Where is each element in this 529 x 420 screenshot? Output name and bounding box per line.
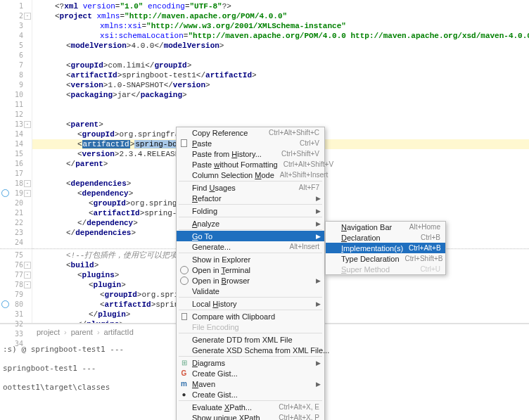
menu-label: Super Method (341, 265, 414, 274)
menu-label: Declaration (341, 234, 415, 242)
goto-item-super-method: Super MethodCtrl+U (326, 264, 445, 274)
submenu-arrow-icon: ▶ (316, 359, 321, 367)
maven-icon: m (179, 379, 189, 388)
ctx-item-create-gist[interactable]: GCreate Gist... (177, 368, 324, 378)
context-menu[interactable]: Copy ReferenceCtrl+Alt+Shift+CPasteCtrl+… (176, 127, 325, 420)
submenu-arrow-icon: ▶ (316, 195, 321, 202)
ctx-item-local-history[interactable]: Local History▶ (177, 298, 324, 309)
menu-label: Show unique XPath (192, 414, 273, 421)
menu-label: Evaluate XPath... (192, 403, 273, 412)
ctx-item-compare-with-clipboard[interactable]: Compare with Clipboard (177, 311, 324, 322)
shortcut-text: Ctrl+Alt+B (409, 244, 441, 252)
menu-label: Generate DTD from XML File (192, 336, 319, 344)
goto-submenu[interactable]: Navigation BarAlt+HomeDeclarationCtrl+BI… (325, 221, 446, 275)
menu-label: Refactor (192, 194, 319, 203)
ctx-item-maven[interactable]: mMaven▶ (177, 378, 324, 389)
ctx-item-show-in-explorer[interactable]: Show in Explorer (177, 254, 324, 265)
menu-label: Paste from History... (192, 150, 276, 158)
ctx-item-refactor[interactable]: Refactor▶ (177, 193, 324, 203)
menu-separator (179, 356, 322, 357)
ctx-item-paste-without-formatting[interactable]: Paste without FormattingCtrl+Alt+Shift+V (177, 159, 324, 170)
shortcut-text: Ctrl+Alt+X, E (279, 403, 319, 411)
menu-separator (179, 400, 322, 401)
shortcut-text: Ctrl+B (421, 234, 440, 241)
menu-label: Paste without Formatting (192, 160, 278, 169)
fold-toggle[interactable]: - (24, 281, 31, 288)
diag-icon: ⊞ (179, 358, 189, 367)
submenu-arrow-icon: ▶ (316, 233, 321, 240)
ctx-item-validate[interactable]: Validate (177, 286, 324, 296)
menu-label: Maven (192, 380, 319, 388)
fold-toggle[interactable]: - (24, 13, 31, 20)
menu-label: Create Gist... (192, 390, 319, 399)
menu-separator (179, 204, 322, 205)
ctx-item-paste-from-history[interactable]: Paste from History...Ctrl+Shift+V (177, 148, 324, 159)
menu-label: Open in Terminal (192, 266, 319, 274)
gutter-indicator-icon (1, 300, 9, 308)
ctx-item-diagrams[interactable]: ⊞Diagrams▶ (177, 357, 324, 368)
menu-label: Find Usages (192, 184, 293, 192)
shortcut-text: Ctrl+Alt+X, P (279, 414, 319, 420)
crumb[interactable]: parent (71, 328, 93, 336)
menu-separator (179, 217, 322, 217)
line-gutter: 12-345678910111213-141415161718-19-20212… (0, 0, 32, 323)
menu-label: Folding (192, 207, 319, 215)
shortcut-text: Ctrl+Shift+V (281, 150, 319, 158)
crumb[interactable]: artifactId (104, 328, 134, 336)
shortcut-text: Ctrl+Alt+Shift+C (269, 129, 319, 136)
goto-item-type-declaration[interactable]: Type DeclarationCtrl+Shift+B (326, 253, 445, 264)
ctx-item-copy-reference[interactable]: Copy ReferenceCtrl+Alt+Shift+C (177, 127, 324, 138)
ctx-item-open-in-terminal[interactable]: Open in Terminal (177, 265, 324, 275)
ctx-item-generate[interactable]: Generate...Alt+Insert (177, 241, 324, 252)
ctx-item-create-gist[interactable]: ●Create Gist... (177, 389, 324, 400)
menu-separator (179, 297, 322, 298)
menu-label: Generate XSD Schema from XML File... (192, 346, 329, 355)
clip-icon (179, 312, 189, 321)
ctx-item-analyze[interactable]: Analyze▶ (177, 218, 324, 229)
menu-label: Implementation(s) (341, 244, 403, 253)
crumb[interactable]: project (37, 328, 60, 336)
menu-label: Analyze (192, 219, 319, 228)
fold-toggle[interactable]: - (24, 272, 31, 279)
ctx-item-generate-xsd-schema-from-xml-file[interactable]: Generate XSD Schema from XML File... (177, 345, 324, 355)
ctx-item-folding[interactable]: Folding▶ (177, 205, 324, 216)
brw-icon (179, 265, 189, 274)
menu-label: Create Gist... (192, 369, 319, 378)
ctx-item-find-usages[interactable]: Find UsagesAlt+F7 (177, 182, 324, 193)
fold-toggle[interactable]: - (24, 121, 31, 128)
ctx-item-column-selection-mode[interactable]: Column Selection ModeAlt+Shift+Insert (177, 170, 324, 180)
menu-label: Compare with Clipboard (192, 312, 319, 321)
menu-label: Copy Reference (192, 129, 263, 137)
fold-toggle[interactable]: - (24, 262, 31, 269)
menu-label: Local History (192, 300, 319, 308)
fold-toggle[interactable]: - (24, 180, 31, 187)
menu-label: Generate... (192, 243, 283, 251)
ctx-item-paste[interactable]: PasteCtrl+V (177, 138, 324, 148)
ctx-item-evaluate-xpath[interactable]: Evaluate XPath...Ctrl+Alt+X, E (177, 402, 324, 412)
menu-label: Go To (192, 232, 319, 241)
ctx-item-open-in-browser[interactable]: Open in Browser▶ (177, 275, 324, 286)
menu-separator (179, 310, 322, 310)
submenu-arrow-icon: ▶ (316, 208, 321, 215)
goto-item-navigation-bar[interactable]: Navigation BarAlt+Home (326, 222, 445, 232)
shortcut-text: Ctrl+Alt+Shift+V (283, 160, 333, 168)
goto-item-declaration[interactable]: DeclarationCtrl+B (326, 232, 445, 243)
menu-label: Show in Explorer (192, 255, 319, 264)
menu-label: Open in Browser (192, 276, 319, 285)
shortcut-text: Alt+Insert (289, 243, 319, 250)
goto-item-implementation-s[interactable]: Implementation(s)Ctrl+Alt+B (326, 243, 445, 253)
ctx-item-show-unique-xpath[interactable]: Show unique XPathCtrl+Alt+X, P (177, 412, 324, 420)
menu-label: Paste (192, 139, 294, 148)
fold-toggle[interactable]: - (24, 190, 31, 197)
submenu-arrow-icon: ▶ (316, 381, 321, 388)
menu-label: Navigation Bar (341, 223, 404, 231)
shortcut-text: Ctrl+V (300, 139, 319, 147)
gist-icon: G (179, 369, 189, 378)
gh-icon: ● (179, 390, 189, 399)
menu-label: File Encoding (192, 323, 319, 331)
shortcut-text: Ctrl+U (420, 265, 440, 273)
submenu-arrow-icon: ▶ (316, 277, 321, 284)
ctx-item-generate-dtd-from-xml-file[interactable]: Generate DTD from XML File (177, 334, 324, 345)
submenu-arrow-icon: ▶ (316, 220, 321, 227)
ctx-item-go-to[interactable]: Go To▶ (177, 231, 324, 241)
